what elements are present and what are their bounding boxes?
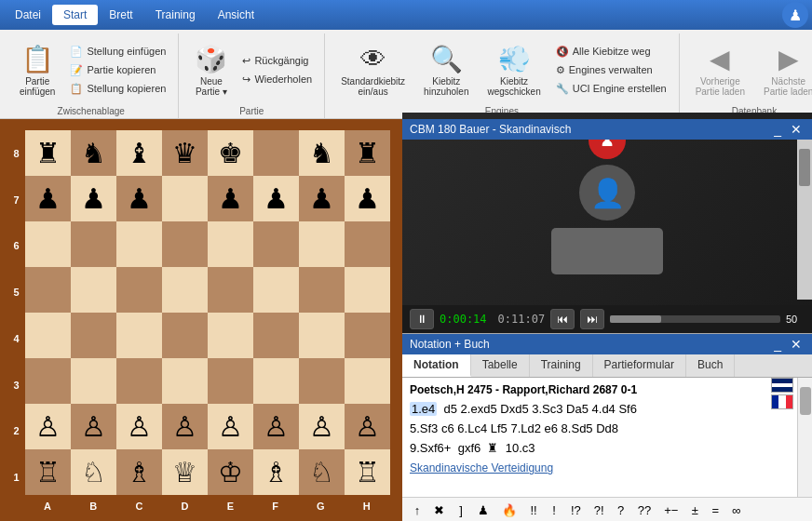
board-cell[interactable] bbox=[162, 358, 208, 404]
board-cell[interactable] bbox=[71, 358, 116, 404]
board-cell[interactable] bbox=[345, 267, 390, 313]
ribbon-btn-vorherige-partie[interactable]: ◀ VorherigePartie laden bbox=[687, 37, 753, 102]
ribbon-btn-stellung-einfuegen[interactable]: 📄 Stellung einfügen bbox=[65, 43, 170, 60]
nota-btn-bracket[interactable]: ] bbox=[452, 501, 470, 520]
board-cell[interactable] bbox=[253, 358, 299, 404]
board-cell[interactable] bbox=[345, 358, 390, 404]
board-cell[interactable]: ♜ bbox=[345, 130, 390, 176]
board-cell[interactable] bbox=[299, 358, 345, 404]
tab-training[interactable]: Training bbox=[530, 354, 593, 377]
board-cell[interactable] bbox=[208, 358, 253, 404]
board-cell[interactable]: ♙ bbox=[299, 404, 345, 449]
board-cell[interactable]: ♖ bbox=[345, 449, 390, 495]
nota-btn-double-excl[interactable]: !! bbox=[524, 501, 543, 520]
board-cell[interactable]: ♗ bbox=[253, 449, 299, 495]
board-cell[interactable]: ♕ bbox=[162, 449, 208, 495]
video-minimize-button[interactable]: _ bbox=[771, 122, 784, 137]
board-cell[interactable] bbox=[253, 130, 299, 176]
nota-btn-infinity[interactable]: ∞ bbox=[726, 501, 746, 520]
ribbon-btn-partie-einfuegen[interactable]: 📋 Partieeinfügen bbox=[11, 37, 63, 102]
nota-btn-fire[interactable]: 🔥 bbox=[496, 501, 522, 520]
ribbon-btn-partie-kopieren[interactable]: 📝 Partie kopieren bbox=[65, 61, 170, 79]
tab-partieformular[interactable]: Partieformular bbox=[593, 354, 686, 377]
ribbon-btn-wiederholen[interactable]: ↪ Wiederholen bbox=[237, 71, 317, 88]
board-cell[interactable] bbox=[25, 267, 71, 313]
menu-item-brett[interactable]: Brett bbox=[98, 5, 143, 25]
board-cell[interactable]: ♗ bbox=[116, 449, 162, 495]
board-cell[interactable] bbox=[208, 267, 253, 313]
tab-buch[interactable]: Buch bbox=[686, 354, 735, 377]
board-cell[interactable]: ♖ bbox=[25, 449, 71, 495]
board-cell[interactable] bbox=[116, 358, 162, 404]
tab-tabelle[interactable]: Tabelle bbox=[471, 354, 530, 377]
board-cell[interactable] bbox=[208, 313, 253, 358]
board-cell[interactable] bbox=[162, 221, 208, 267]
notation-scrollbar[interactable] bbox=[797, 378, 812, 497]
board-cell[interactable] bbox=[253, 221, 299, 267]
board-cell[interactable]: ♔ bbox=[208, 449, 253, 495]
menu-item-datei[interactable]: Datei bbox=[4, 5, 52, 25]
nota-btn-plus-minus[interactable]: +− bbox=[658, 501, 683, 520]
nota-btn-double-q[interactable]: ?? bbox=[632, 501, 656, 520]
menu-item-training[interactable]: Training bbox=[144, 5, 207, 25]
menu-item-start[interactable]: Start bbox=[52, 5, 98, 25]
nota-btn-excl[interactable]: ! bbox=[545, 501, 563, 520]
ribbon-btn-standardkiebitz[interactable]: 👁 Standardkiebitzein/aus bbox=[332, 37, 413, 102]
nota-btn-x[interactable]: ✖ bbox=[428, 501, 450, 520]
ribbon-btn-stellung-kopieren[interactable]: 📋 Stellung kopieren bbox=[65, 80, 170, 98]
board-cell[interactable] bbox=[25, 358, 71, 404]
nota-btn-pawn[interactable]: ♟ bbox=[472, 501, 494, 520]
board-cell[interactable]: ♟ bbox=[299, 176, 345, 221]
forward-button[interactable]: ⏭ bbox=[580, 309, 604, 329]
board-cell[interactable]: ♙ bbox=[25, 404, 71, 449]
ribbon-btn-alle-kiebitze-weg[interactable]: 🔇 Alle Kiebitze weg bbox=[551, 43, 671, 60]
board-cell[interactable]: ♟ bbox=[345, 176, 390, 221]
board-cell[interactable]: ♟ bbox=[71, 176, 116, 221]
board-cell[interactable] bbox=[299, 313, 345, 358]
board-cell[interactable]: ♟ bbox=[208, 176, 253, 221]
nota-btn-excl-q[interactable]: !? bbox=[565, 501, 587, 520]
board-cell[interactable]: ♘ bbox=[71, 449, 116, 495]
notation-close-button[interactable]: ✕ bbox=[788, 337, 805, 352]
flag-fr[interactable] bbox=[771, 394, 793, 409]
ribbon-btn-kiebitz-hinzuholen[interactable]: 🔍 Kiebitzhinzuholen bbox=[415, 37, 477, 102]
board-cell[interactable] bbox=[253, 313, 299, 358]
board-cell[interactable]: ♙ bbox=[71, 404, 116, 449]
board-cell[interactable] bbox=[299, 221, 345, 267]
video-scrollbar[interactable] bbox=[797, 140, 812, 300]
board-cell[interactable] bbox=[71, 313, 116, 358]
nota-btn-arrow-up[interactable]: ↑ bbox=[408, 501, 426, 520]
rewind-button[interactable]: ⏮ bbox=[550, 309, 575, 329]
nota-btn-q[interactable]: ? bbox=[612, 501, 630, 520]
board-cell[interactable] bbox=[116, 267, 162, 313]
board-cell[interactable] bbox=[162, 313, 208, 358]
nota-btn-q-excl[interactable]: ?! bbox=[589, 501, 610, 520]
board-cell[interactable]: ♟ bbox=[116, 176, 162, 221]
tab-notation[interactable]: Notation bbox=[402, 354, 471, 377]
board-cell[interactable] bbox=[345, 313, 390, 358]
nota-btn-equal[interactable]: = bbox=[706, 501, 724, 520]
board-cell[interactable]: ♞ bbox=[71, 130, 116, 176]
board-cell[interactable] bbox=[162, 267, 208, 313]
board-cell[interactable] bbox=[25, 313, 71, 358]
video-scroll-thumb[interactable] bbox=[799, 149, 810, 186]
board-cell[interactable]: ♞ bbox=[299, 130, 345, 176]
ribbon-btn-rueckgaengig[interactable]: ↩ Rückgängig bbox=[237, 52, 317, 70]
flag-uk[interactable] bbox=[771, 378, 793, 393]
video-close-button[interactable]: ✕ bbox=[788, 122, 805, 137]
board-cell[interactable] bbox=[71, 267, 116, 313]
ribbon-btn-uci-engine-erstellen[interactable]: 🔧 UCI Engine erstellen bbox=[551, 80, 671, 98]
board-cell[interactable]: ♚ bbox=[208, 130, 253, 176]
board-cell[interactable]: ♟ bbox=[25, 176, 71, 221]
board-cell[interactable]: ♙ bbox=[162, 404, 208, 449]
board-cell[interactable]: ♙ bbox=[208, 404, 253, 449]
notation-minimize-button[interactable]: _ bbox=[771, 337, 784, 352]
board-cell[interactable] bbox=[116, 313, 162, 358]
nota-btn-plus-eq[interactable]: ± bbox=[685, 501, 704, 520]
moves-text[interactable]: 1.e4 d5 2.exd5 Dxd5 3.Sc3 Da5 4.d4 Sf6 5… bbox=[410, 400, 805, 458]
opening-label[interactable]: Skandinavische Verteidigung bbox=[410, 461, 805, 474]
board-cell[interactable] bbox=[253, 267, 299, 313]
board-cell[interactable]: ♟ bbox=[253, 176, 299, 221]
menu-item-ansicht[interactable]: Ansicht bbox=[207, 5, 265, 25]
notation-scroll-thumb[interactable] bbox=[800, 387, 811, 415]
